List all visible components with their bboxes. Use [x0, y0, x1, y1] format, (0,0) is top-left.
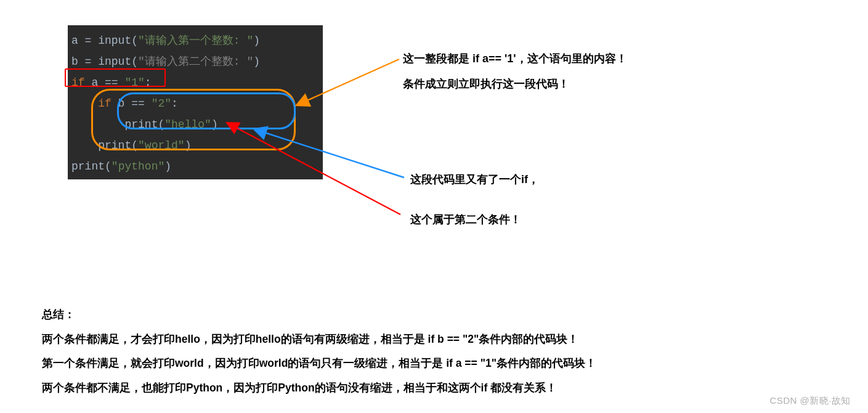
annotation-orange-line2: 条件成立则立即执行这一段代码！ [403, 76, 748, 92]
summary-line2: 第一个条件满足，就会打印world，因为打印world的语句只有一级缩进，相当于… [42, 356, 781, 371]
annotation-blue-line2: 这个属于第二个条件！ [410, 211, 657, 228]
annotation-blue-line1: 这段代码里又有了一个if， [410, 171, 657, 188]
summary-line3: 两个条件都不满足，也能打印Python，因为打印Python的语句没有缩进，相当… [42, 380, 781, 396]
annotation-orange-line1: 这一整段都是 if a== '1'，这个语句里的内容！ [403, 51, 748, 67]
red-highlight-box [65, 68, 166, 87]
summary-title: 总结： [42, 307, 781, 322]
annotation-blue: 这段代码里又有了一个if， 这个属于第二个条件！ [410, 171, 657, 228]
code-line-1: a = input("请输入第一个整数: ") [71, 30, 319, 51]
summary-section: 总结： 两个条件都满足，才会打印hello，因为打印hello的语句有两级缩进，… [42, 307, 781, 404]
watermark: CSDN @新晓·故知 [769, 395, 851, 407]
annotation-orange: 这一整段都是 if a== '1'，这个语句里的内容！ 条件成立则立即执行这一段… [403, 51, 748, 92]
code-line-7: print("python") [71, 156, 319, 177]
summary-line1: 两个条件都满足，才会打印hello，因为打印hello的语句有两级缩进，相当于是… [42, 332, 781, 347]
blue-highlight-box [117, 92, 296, 129]
